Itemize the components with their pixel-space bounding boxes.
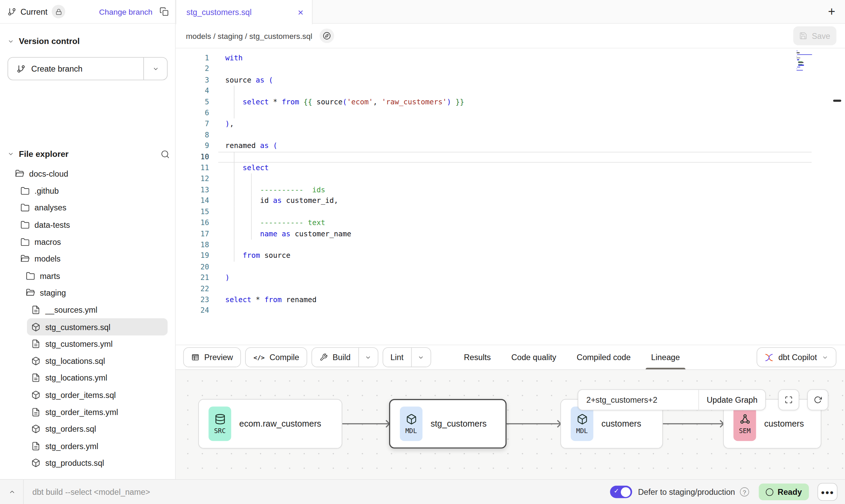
- indent-guide: [234, 218, 234, 228]
- refresh-button[interactable]: [807, 389, 828, 411]
- code-line-22[interactable]: 22: [176, 283, 845, 294]
- lineage-selector-input[interactable]: 2+stg_customers+2: [578, 390, 698, 410]
- lineage-edge: [342, 423, 389, 424]
- code-line-14[interactable]: 14 id as customer_id,: [176, 196, 845, 207]
- create-branch-button[interactable]: Create branch: [8, 57, 168, 80]
- compass-icon: [323, 32, 331, 40]
- code-line-2[interactable]: 2: [176, 64, 845, 75]
- create-branch-dropdown[interactable]: [143, 58, 167, 80]
- indent-guide: [234, 86, 234, 97]
- chevron-up-icon[interactable]: [9, 488, 16, 495]
- code-line-4[interactable]: 4: [176, 86, 845, 97]
- file-tree-item-marts[interactable]: marts: [22, 267, 168, 284]
- copilot-context-button[interactable]: [319, 29, 334, 43]
- tab-results[interactable]: Results: [454, 345, 501, 370]
- file-tree-item-stg-order-items-yml[interactable]: stg_order_items.yml: [27, 403, 168, 420]
- save-button[interactable]: Save: [793, 26, 836, 45]
- file-tree-item-sources-yml[interactable]: __sources.yml: [27, 301, 168, 318]
- fullscreen-button[interactable]: [778, 389, 799, 411]
- chevron-down-icon: [365, 354, 371, 360]
- file-tree-item-analyses[interactable]: analyses: [16, 199, 168, 217]
- code-text: id as customer_id,: [218, 196, 812, 207]
- file-tree-item-stg-order-items-sql[interactable]: stg_order_items.sql: [27, 386, 168, 403]
- code-line-15[interactable]: 15: [176, 207, 845, 218]
- code-line-9[interactable]: 9renamed as (: [176, 141, 845, 152]
- code-line-8[interactable]: 8: [176, 130, 845, 140]
- code-line-5[interactable]: 5 select * from {{ source('ecom', 'raw_c…: [176, 97, 845, 108]
- chevron-down-icon[interactable]: [8, 38, 14, 45]
- dbt-copilot-icon: [765, 353, 773, 361]
- search-icon[interactable]: [161, 149, 170, 159]
- code-line-1[interactable]: 1with: [176, 53, 845, 64]
- code-line-3[interactable]: 3source as (: [176, 75, 845, 86]
- copy-icon[interactable]: [159, 7, 169, 16]
- lineage-node-src-ecom-raw-customers[interactable]: SRCecom.raw_customers: [198, 399, 342, 448]
- defer-toggle[interactable]: ✓: [610, 486, 632, 498]
- code-text: [218, 86, 812, 97]
- code-text: [218, 152, 812, 163]
- dbt-copilot-button[interactable]: dbt Copilot: [757, 347, 836, 367]
- more-options-button[interactable]: ●●●: [817, 483, 837, 501]
- code-line-11[interactable]: 11 select: [176, 163, 845, 174]
- update-graph-button[interactable]: Update Graph: [698, 390, 765, 410]
- file-tree-item-models[interactable]: models: [16, 250, 168, 267]
- tab-code-quality[interactable]: Code quality: [501, 345, 567, 370]
- code-editor[interactable]: 1with23source as (45 select * from {{ so…: [176, 48, 845, 344]
- code-line-13[interactable]: 13 ---------- ids: [176, 184, 845, 195]
- code-line-18[interactable]: 18: [176, 240, 845, 251]
- code-line-19[interactable]: 19 from source: [176, 251, 845, 262]
- folder-open-icon: [26, 288, 35, 298]
- code-line-6[interactable]: 6: [176, 108, 845, 119]
- file-tree-item-docs-cloud[interactable]: docs-cloud: [11, 165, 168, 182]
- file-tree-item-stg-locations-sql[interactable]: stg_locations.sql: [27, 353, 168, 370]
- code-line-21[interactable]: 21): [176, 272, 845, 283]
- compile-button[interactable]: </>Compile: [245, 347, 307, 367]
- command-input[interactable]: dbt build --select <model_name>: [32, 487, 150, 496]
- code-line-24[interactable]: 24: [176, 306, 845, 316]
- code-line-23[interactable]: 23select * from renamed: [176, 295, 845, 306]
- lint-dropdown-button[interactable]: [411, 348, 430, 367]
- file-tree-item-stg-locations-yml[interactable]: stg_locations.yml: [27, 369, 168, 386]
- code-line-7[interactable]: 7),: [176, 119, 845, 130]
- scrollbar-marker[interactable]: [833, 100, 841, 102]
- code-line-16[interactable]: 16 ---------- text: [176, 218, 845, 228]
- tab-lineage[interactable]: Lineage: [641, 345, 690, 370]
- code-line-10[interactable]: 10: [176, 152, 845, 163]
- indent-guide: [234, 97, 234, 108]
- code-text: [218, 262, 812, 272]
- file-tree-item-macros[interactable]: macros: [16, 233, 168, 250]
- file-tree-item-stg-customers-yml[interactable]: stg_customers.yml: [27, 336, 168, 353]
- build-dropdown-button[interactable]: [358, 348, 377, 367]
- ready-status-badge[interactable]: Ready: [759, 484, 809, 500]
- table-icon: [191, 353, 200, 361]
- chevron-down-icon[interactable]: [8, 151, 14, 157]
- build-button[interactable]: Build: [312, 347, 378, 367]
- file-tree-item-data-tests[interactable]: data-tests: [16, 216, 168, 233]
- file-tree-item-github[interactable]: .github: [16, 182, 168, 199]
- lineage-selector-panel: 2+stg_customers+2 Update Graph: [578, 389, 766, 411]
- new-tab-button[interactable]: +: [828, 4, 835, 19]
- line-number: 9: [176, 141, 218, 152]
- code-text: [218, 64, 812, 75]
- minimap[interactable]: [797, 50, 813, 72]
- file-tree-item-stg-products-sql[interactable]: stg_products.sql: [27, 455, 168, 472]
- tab-compiled-code[interactable]: Compiled code: [567, 345, 641, 370]
- file-tree-item-stg-orders-sql[interactable]: stg_orders.sql: [27, 420, 168, 438]
- code-line-17[interactable]: 17 name as customer_name: [176, 228, 845, 239]
- tab-stg-customers-sql[interactable]: stg_customers.sql ×: [176, 0, 313, 24]
- change-branch-link[interactable]: Change branch: [99, 7, 153, 16]
- preview-button[interactable]: Preview: [183, 347, 241, 367]
- lint-button[interactable]: Lint: [382, 347, 431, 367]
- file-tree-item-stg-customers-sql[interactable]: stg_customers.sql: [27, 318, 168, 336]
- code-line-12[interactable]: 12: [176, 174, 845, 184]
- lineage-node-mdl-stg-customers[interactable]: MDLstg_customers: [389, 399, 506, 448]
- indent-guide: [234, 184, 234, 195]
- editor-toolbar: Preview </>Compile Build Lint ResultsCod…: [176, 345, 845, 370]
- file-tree-item-staging[interactable]: staging: [22, 284, 168, 301]
- close-tab-icon[interactable]: ×: [298, 7, 303, 17]
- help-icon[interactable]: ?: [740, 487, 749, 496]
- code-line-20[interactable]: 20: [176, 262, 845, 272]
- file-tree-item-stg-orders-yml[interactable]: stg_orders.yml: [27, 438, 168, 455]
- lineage-canvas[interactable]: SRCecom.raw_customersMDLstg_customersMDL…: [176, 369, 845, 479]
- file-tree-label: stg_order_items.sql: [45, 390, 116, 400]
